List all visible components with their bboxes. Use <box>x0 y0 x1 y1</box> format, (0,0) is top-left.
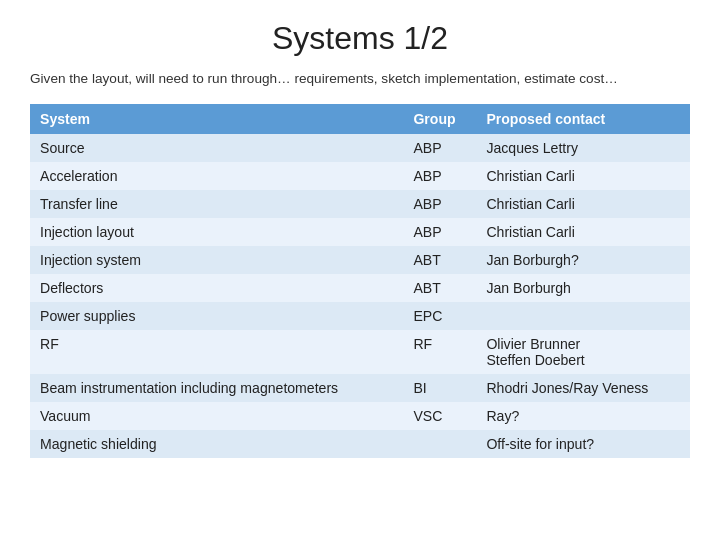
col-header-contact: Proposed contact <box>476 104 690 134</box>
cell-group: VSC <box>403 402 476 430</box>
cell-contact: Olivier BrunnerSteffen Doebert <box>476 330 690 374</box>
table-row: Injection layoutABPChristian Carli <box>30 218 690 246</box>
cell-group: BI <box>403 374 476 402</box>
cell-contact: Rhodri Jones/Ray Veness <box>476 374 690 402</box>
table-row: SourceABPJacques Lettry <box>30 134 690 162</box>
table-row: DeflectorsABTJan Borburgh <box>30 274 690 302</box>
cell-contact: Christian Carli <box>476 190 690 218</box>
cell-system: Magnetic shielding <box>30 430 403 458</box>
table-row: VacuumVSCRay? <box>30 402 690 430</box>
table-row: Transfer lineABPChristian Carli <box>30 190 690 218</box>
systems-table: System Group Proposed contact SourceABPJ… <box>30 104 690 458</box>
table-row: Magnetic shieldingOff-site for input? <box>30 430 690 458</box>
col-header-system: System <box>30 104 403 134</box>
cell-contact <box>476 302 690 330</box>
cell-system: Beam instrumentation including magnetome… <box>30 374 403 402</box>
cell-system: Source <box>30 134 403 162</box>
page-title: Systems 1/2 <box>30 20 690 57</box>
cell-system: Deflectors <box>30 274 403 302</box>
table-row: Beam instrumentation including magnetome… <box>30 374 690 402</box>
cell-contact: Jacques Lettry <box>476 134 690 162</box>
cell-system: Injection layout <box>30 218 403 246</box>
cell-group: ABP <box>403 190 476 218</box>
cell-group: ABT <box>403 274 476 302</box>
cell-group: ABP <box>403 134 476 162</box>
table-row: Power suppliesEPC <box>30 302 690 330</box>
cell-group: ABT <box>403 246 476 274</box>
cell-contact: Christian Carli <box>476 218 690 246</box>
cell-group: ABP <box>403 162 476 190</box>
cell-group: ABP <box>403 218 476 246</box>
col-header-group: Group <box>403 104 476 134</box>
cell-system: Vacuum <box>30 402 403 430</box>
table-row: RFRFOlivier BrunnerSteffen Doebert <box>30 330 690 374</box>
cell-system: Acceleration <box>30 162 403 190</box>
cell-contact: Ray? <box>476 402 690 430</box>
cell-system: RF <box>30 330 403 374</box>
cell-system: Injection system <box>30 246 403 274</box>
cell-group <box>403 430 476 458</box>
cell-group: EPC <box>403 302 476 330</box>
cell-system: Power supplies <box>30 302 403 330</box>
cell-contact: Jan Borburgh? <box>476 246 690 274</box>
table-row: AccelerationABPChristian Carli <box>30 162 690 190</box>
table-row: Injection systemABTJan Borburgh? <box>30 246 690 274</box>
cell-contact: Off-site for input? <box>476 430 690 458</box>
cell-contact: Christian Carli <box>476 162 690 190</box>
page-subtitle: Given the layout, will need to run throu… <box>30 69 690 88</box>
cell-contact: Jan Borburgh <box>476 274 690 302</box>
cell-group: RF <box>403 330 476 374</box>
cell-system: Transfer line <box>30 190 403 218</box>
